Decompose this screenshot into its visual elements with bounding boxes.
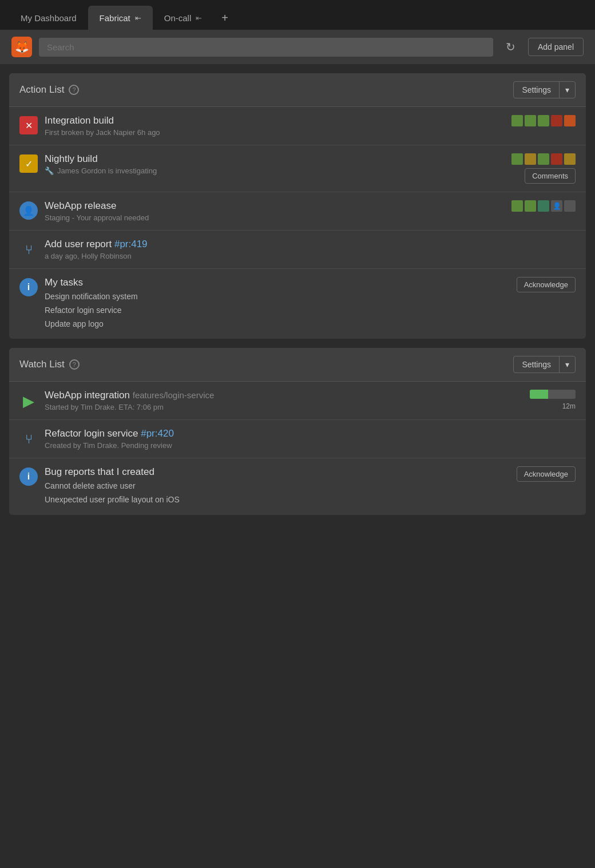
list-item: ⑂ Refactor login service #pr:420 Created… <box>9 420 586 458</box>
add-user-report-icon: ⑂ <box>19 241 38 259</box>
search-input[interactable] <box>39 38 493 57</box>
task-item: Design notification system <box>45 290 510 304</box>
integration-build-title: Integration build <box>45 115 505 126</box>
tab-add[interactable]: + <box>213 6 236 30</box>
pr-link: #pr:419 <box>114 239 148 249</box>
refresh-icon: ↻ <box>506 40 515 54</box>
sq1 <box>511 115 523 126</box>
bug-reports-tasks: Cannot delete active user Unexpected use… <box>45 479 510 507</box>
add-user-report-title: Add user report #pr:419 <box>45 239 576 250</box>
tab-on-call[interactable]: On-call ⇤ <box>153 6 214 30</box>
sq2 <box>525 115 536 126</box>
status-squares <box>511 153 576 165</box>
watch-list-help-icon[interactable]: ? <box>69 359 80 370</box>
git-branch-icon: ⑂ <box>25 433 33 446</box>
status-squares <box>511 115 576 126</box>
sq3 <box>538 153 549 165</box>
share-icon-oncall: ⇤ <box>196 14 202 22</box>
nightly-build-comments-button[interactable]: Comments <box>525 168 576 184</box>
bug-task-item: Unexpected user profile layout on iOS <box>45 493 510 507</box>
bug-reports-acknowledge-button[interactable]: Acknowledge <box>517 466 576 482</box>
sq1 <box>511 153 523 165</box>
pr-link: #pr:420 <box>141 428 174 439</box>
logo: 🦊 <box>11 37 32 57</box>
webapp-integration-title: WebApp integration features/login-servic… <box>45 390 523 401</box>
integration-build-right <box>511 115 576 126</box>
sq5 <box>564 115 576 126</box>
my-tasks-acknowledge-button[interactable]: Acknowledge <box>517 277 576 292</box>
my-tasks-list: Design notification system Refactor logi… <box>45 290 510 331</box>
my-tasks-icon: i <box>19 278 38 296</box>
add-panel-button[interactable]: Add panel <box>528 38 584 56</box>
nightly-build-right: Comments <box>511 153 576 184</box>
sq5 <box>564 153 576 165</box>
action-list-panel: Action List ? Settings ▾ ✕ Integration b… <box>9 73 586 339</box>
sq2 <box>525 200 536 212</box>
task-item: Update app logo <box>45 318 510 331</box>
add-user-report-content: Add user report #pr:419 a day ago, Holly… <box>45 239 576 260</box>
nav-tabs: My Dashboard Fabricat ⇤ On-call ⇤ + <box>0 0 595 30</box>
webapp-integration-content: WebApp integration features/login-servic… <box>45 390 523 411</box>
bug-reports-icon: i <box>19 467 38 486</box>
list-item: ✕ Integration build First broken by Jack… <box>9 107 586 145</box>
my-tasks-right: Acknowledge <box>517 277 576 292</box>
tab-on-call-label: On-call <box>164 13 192 23</box>
list-item: ⑂ Add user report #pr:419 a day ago, Hol… <box>9 231 586 269</box>
sq2 <box>525 153 536 165</box>
list-item: 👤 WebApp release Staging - Your approval… <box>9 192 586 231</box>
integration-build-icon: ✕ <box>19 116 38 134</box>
webapp-integration-icon: ▶ <box>19 392 38 410</box>
share-icon: ⇤ <box>135 14 141 22</box>
sq1 <box>511 200 523 212</box>
tab-my-dashboard[interactable]: My Dashboard <box>9 6 88 30</box>
sq3 <box>538 200 549 212</box>
sq4 <box>551 153 562 165</box>
action-list-settings-button[interactable]: Settings <box>514 82 559 98</box>
action-list-settings-group: Settings ▾ <box>513 81 576 98</box>
list-item: ✓ Nightly build 🔧 James Gordon is invest… <box>9 145 586 192</box>
watch-list-settings-group: Settings ▾ <box>513 356 576 373</box>
sq4: 👤 <box>551 200 562 212</box>
nightly-build-content: Nightly build 🔧 James Gordon is investig… <box>45 153 505 175</box>
refresh-button[interactable]: ↻ <box>500 37 521 57</box>
integration-build-content: Integration build First broken by Jack N… <box>45 115 505 137</box>
bug-reports-content: Bug reports that I created Cannot delete… <box>45 466 510 507</box>
refactor-login-icon: ⑂ <box>19 430 38 449</box>
action-list-help-icon[interactable]: ? <box>69 85 79 95</box>
git-branch-icon: ⑂ <box>25 244 33 256</box>
progress-bar-wrap <box>530 390 576 399</box>
watch-list-settings-button[interactable]: Settings <box>514 356 559 372</box>
action-list-title: Action List ? <box>19 84 79 96</box>
bug-task-item: Cannot delete active user <box>45 479 510 493</box>
refactor-login-title: Refactor login service #pr:420 <box>45 428 576 439</box>
toolbar: 🦊 ↻ Add panel <box>0 30 595 64</box>
webapp-release-subtitle: Staging - Your approval needed <box>45 213 505 222</box>
webapp-integration-right: 12m <box>530 390 576 410</box>
status-squares: 👤 <box>511 200 576 212</box>
sq3 <box>538 115 549 126</box>
sq4 <box>551 115 562 126</box>
refactor-login-subtitle: Created by Tim Drake. Pending review <box>45 441 576 450</box>
list-item: ▶ WebApp integration features/login-serv… <box>9 382 586 420</box>
action-list-settings-dropdown[interactable]: ▾ <box>559 82 575 98</box>
progress-fill <box>530 390 548 399</box>
watch-list-title: Watch List ? <box>19 359 80 370</box>
watch-list-settings-dropdown[interactable]: ▾ <box>559 356 575 372</box>
list-item: i My tasks Design notification system Re… <box>9 269 586 339</box>
action-list-header: Action List ? Settings ▾ <box>9 73 586 107</box>
webapp-release-icon: 👤 <box>19 201 38 220</box>
bug-reports-right: Acknowledge <box>517 466 576 482</box>
integration-build-subtitle: First broken by Jack Napier 6h ago <box>45 128 505 137</box>
tab-fabricat[interactable]: Fabricat ⇤ <box>88 6 153 30</box>
progress-label: 12m <box>562 402 576 410</box>
progress-bar <box>530 390 576 399</box>
tab-my-dashboard-label: My Dashboard <box>21 13 77 23</box>
refactor-login-content: Refactor login service #pr:420 Created b… <box>45 428 576 450</box>
nightly-build-icon: ✓ <box>19 154 38 173</box>
list-item: i Bug reports that I created Cannot dele… <box>9 458 586 515</box>
nightly-build-subtitle: 🔧 James Gordon is investigating <box>45 167 505 175</box>
my-tasks-title: My tasks <box>45 277 510 288</box>
watch-list-panel: Watch List ? Settings ▾ ▶ WebApp integra… <box>9 348 586 515</box>
webapp-release-title: WebApp release <box>45 200 505 212</box>
add-user-report-subtitle: a day ago, Holly Robinson <box>45 252 576 260</box>
